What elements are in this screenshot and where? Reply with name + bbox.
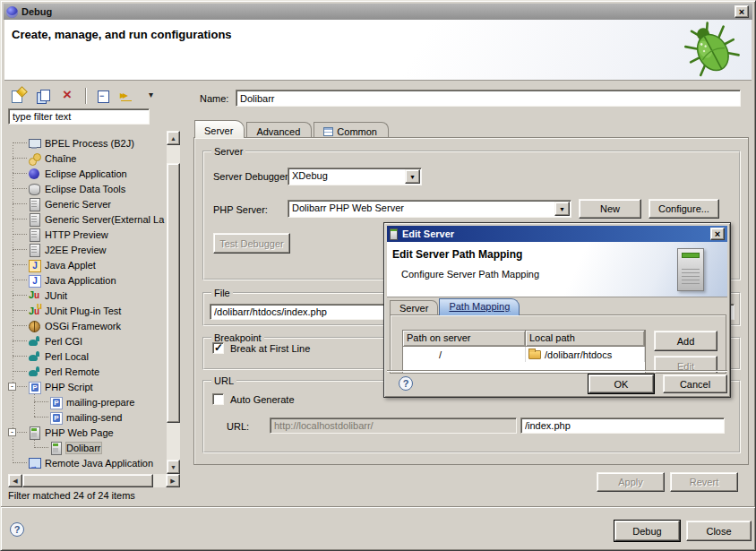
- chevron-down-icon[interactable]: ▼: [405, 169, 420, 184]
- tree-item-perl-remote[interactable]: Perl Remote: [8, 364, 167, 379]
- close-button[interactable]: Close: [686, 521, 752, 541]
- tree-item-perl-local[interactable]: Perl Local: [8, 349, 167, 364]
- delete-configuration-icon[interactable]: [58, 87, 78, 105]
- name-input[interactable]: [236, 90, 741, 107]
- window-close-button[interactable]: ×: [735, 5, 749, 18]
- remote-java-icon: [28, 457, 40, 469]
- menu-caret-glyph: [145, 89, 161, 103]
- server-debugger-label: Server Debugger:: [213, 171, 291, 182]
- configure-server-button[interactable]: Configure...: [649, 199, 719, 219]
- scroll-right-icon[interactable]: ▶: [166, 474, 180, 487]
- tree-item-java-applet[interactable]: Java Applet: [8, 257, 167, 272]
- tree-item-bpel-process-b2j[interactable]: BPEL Process (B2J): [8, 135, 167, 151]
- dialog-help-button[interactable]: ?: [399, 376, 413, 391]
- test-debugger-button[interactable]: Test Debugger: [213, 233, 290, 254]
- break-first-line-checkbox[interactable]: [212, 342, 224, 354]
- osgi-icon: [28, 320, 40, 332]
- tab-label: Server: [399, 303, 428, 314]
- server-icon: [390, 228, 398, 240]
- server-icon: [28, 213, 40, 226]
- filter-input[interactable]: [8, 108, 150, 125]
- duplicate-configuration-icon[interactable]: [33, 87, 53, 105]
- column-header-path-on-server[interactable]: Path on server: [403, 331, 526, 347]
- tab-path-mapping[interactable]: Path Mapping: [439, 298, 520, 315]
- tab-server[interactable]: Server: [194, 120, 245, 138]
- add-mapping-button[interactable]: Add: [654, 331, 717, 351]
- perl-icon: [28, 366, 40, 378]
- tree-item-osgi-framework[interactable]: OSGi Framework: [8, 318, 167, 333]
- tree-item-eclipse-data-tools[interactable]: Eclipse Data Tools: [8, 181, 167, 196]
- ok-button[interactable]: OK: [588, 375, 654, 393]
- apply-button[interactable]: Apply: [597, 472, 665, 492]
- filter-configurations-icon[interactable]: [118, 87, 138, 105]
- tree-item-remote-java-application[interactable]: Remote Java Application: [8, 455, 167, 470]
- filter-status-text: Filter matched 24 of 24 items: [8, 490, 135, 501]
- tree-item-eclipse-application[interactable]: Eclipse Application: [8, 166, 167, 181]
- hscroll-thumb[interactable]: [22, 474, 153, 487]
- collapse-all-glyph: [95, 89, 111, 103]
- php-icon: [49, 396, 62, 409]
- new-server-button[interactable]: New: [579, 199, 641, 219]
- scroll-left-icon[interactable]: ◀: [8, 474, 22, 487]
- tree-item-java-application[interactable]: Java Application: [8, 272, 167, 288]
- chevron-down-icon[interactable]: ▼: [554, 202, 570, 216]
- tree-item-http-preview[interactable]: HTTP Preview: [8, 227, 167, 242]
- scroll-down-icon[interactable]: ▼: [167, 460, 180, 474]
- tree-item-mailing-send[interactable]: mailing-send: [8, 409, 167, 425]
- tree-item-generic-server[interactable]: Generic Server: [8, 196, 167, 211]
- tree-item-php-script[interactable]: -PHP Script: [8, 379, 167, 394]
- file-group-legend: File: [211, 288, 233, 298]
- collapse-all-icon[interactable]: [93, 87, 113, 105]
- tree-item-junit-plug-in-test[interactable]: JUnit Plug-in Test: [8, 303, 167, 318]
- help-button[interactable]: ?: [10, 522, 24, 537]
- mapping-row[interactable]: //dolibarr/htdocs: [403, 347, 645, 362]
- collapse-expander-icon[interactable]: -: [8, 383, 16, 391]
- local-path-cell: /dolibarr/htdocs: [526, 347, 645, 362]
- tree-item-perl-cgi[interactable]: Perl CGI: [8, 333, 167, 349]
- window-titlebar: Debug ×: [4, 4, 752, 20]
- break-first-line-label: Break at First Line: [230, 343, 310, 354]
- cancel-button[interactable]: Cancel: [663, 375, 727, 393]
- menu-caret-icon[interactable]: [143, 87, 163, 105]
- server-debugger-select[interactable]: XDebug ▼: [288, 168, 422, 185]
- tree-item-php-web-page[interactable]: -PHP Web Page: [8, 425, 167, 440]
- tree-item-dolibarr[interactable]: Dolibarr: [8, 440, 167, 455]
- tab-advanced[interactable]: Advanced: [246, 122, 312, 138]
- tree-item-label: Generic Server: [45, 199, 111, 210]
- auto-generate-checkbox[interactable]: [212, 393, 224, 405]
- tab-server[interactable]: Server: [390, 300, 438, 315]
- debug-button[interactable]: Debug: [614, 521, 680, 541]
- tree-item-mailing-prepare[interactable]: mailing-prepare: [8, 394, 167, 409]
- auto-generate-label: Auto Generate: [230, 394, 295, 405]
- vscroll-thumb[interactable]: [167, 163, 180, 423]
- edit-server-banner: Edit Server Path Mapping Configure Serve…: [387, 242, 727, 297]
- local-path-text: /dolibarr/htdocs: [545, 349, 612, 360]
- edit-server-close-button[interactable]: ×: [710, 228, 725, 240]
- revert-button[interactable]: Revert: [670, 472, 738, 492]
- tree-item-label: Generic Server(External La: [45, 214, 164, 225]
- new-configuration-icon[interactable]: [8, 87, 28, 105]
- folder-icon: [528, 350, 541, 359]
- tree-item-label: BPEL Process (B2J): [45, 138, 134, 149]
- tree-hscrollbar[interactable]: ◀ ▶: [8, 474, 180, 487]
- bpel-process-icon: [28, 137, 40, 150]
- collapse-expander-icon[interactable]: -: [8, 428, 16, 436]
- url-path-input[interactable]: [520, 418, 725, 434]
- php-server-select[interactable]: Dolibarr PHP Web Server ▼: [288, 200, 571, 218]
- tree-vscrollbar[interactable]: ▲ ▼: [167, 131, 180, 474]
- name-label: Name:: [200, 93, 228, 104]
- tree-item-cha-ne[interactable]: Chaîne: [8, 151, 167, 166]
- database-icon: [28, 183, 40, 195]
- scroll-up-icon[interactable]: ▲: [167, 131, 180, 145]
- url-base-input[interactable]: [270, 418, 517, 434]
- column-header-local-path[interactable]: Local path: [526, 331, 645, 347]
- footer-separator: [1, 506, 755, 508]
- tab-common[interactable]: Common: [314, 122, 389, 138]
- php-icon: [49, 411, 62, 424]
- tree-item-junit[interactable]: JUnit: [8, 288, 167, 303]
- url-group-legend: URL: [211, 375, 236, 386]
- tree-item-j2ee-preview[interactable]: J2EE Preview: [8, 242, 167, 257]
- edit-server-heading: Edit Server Path Mapping: [392, 248, 522, 261]
- tree-item-label: PHP Script: [45, 382, 93, 392]
- tree-item-generic-server-external-la[interactable]: Generic Server(External La: [8, 211, 167, 227]
